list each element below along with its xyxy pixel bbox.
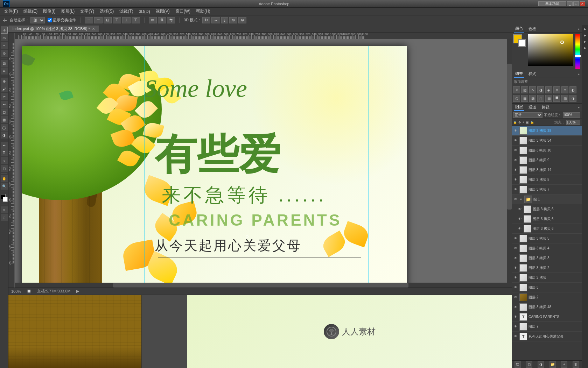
brightness-adj[interactable]: ☀ xyxy=(513,86,520,93)
layer-eye-14[interactable]: 👁 xyxy=(513,168,518,172)
bw-adj[interactable]: ◐ xyxy=(569,86,576,93)
color-lookup-adj[interactable]: ▩ xyxy=(529,95,536,102)
align-center-h-btn[interactable]: ⊢ xyxy=(94,17,103,23)
mode-btn-4[interactable]: ⊕ xyxy=(229,17,237,23)
paths-tab[interactable]: 路径 xyxy=(540,104,551,111)
menu-window[interactable]: 窗口(W) xyxy=(173,8,193,15)
layer-eye-34[interactable]: 👁 xyxy=(513,138,518,143)
history-brush-tool[interactable]: ↩ xyxy=(1,101,8,108)
canvas-scroll[interactable]: Some love 有些爱 来不急等待 ...... CARING PARENT… xyxy=(15,39,507,283)
exposure-adj[interactable]: ◑ xyxy=(537,86,544,93)
layer-item-5[interactable]: 👁 图层 3 拷贝 5 xyxy=(512,234,582,243)
layer-eye-8[interactable]: 👁 xyxy=(513,177,518,182)
layer-item-48[interactable]: 👁 图层 3 拷贝 48 xyxy=(512,302,582,312)
layers-list[interactable]: 👁 图层 3 拷贝 38 👁 图层 3 拷贝 34 👁 xyxy=(512,126,582,360)
menu-3d[interactable]: 3D(D) xyxy=(136,8,153,15)
layer-item-34[interactable]: 👁 图层 3 拷贝 34 xyxy=(512,136,582,146)
layer-eye-38[interactable]: 👁 xyxy=(513,128,518,133)
menu-layer[interactable]: 图层(L) xyxy=(58,8,78,15)
blend-mode-select[interactable]: 正常 xyxy=(513,112,542,118)
show-transform-checkbox[interactable] xyxy=(48,18,52,22)
layer-item-3[interactable]: 👁 图层 3 xyxy=(512,283,582,292)
color-balance-adj[interactable]: ⊙ xyxy=(561,86,568,93)
mode-btn-5[interactable]: ⊗ xyxy=(238,17,246,23)
zoom-tool[interactable]: 🔍 xyxy=(1,183,8,190)
menu-select[interactable]: 选择(S) xyxy=(97,8,117,15)
layer-item-3c[interactable]: 👁 图层 3 拷贝 3 xyxy=(512,253,582,263)
layer-eye-2c[interactable]: 👁 xyxy=(513,266,518,270)
opacity-input[interactable] xyxy=(563,112,580,118)
fill-input[interactable] xyxy=(566,120,580,125)
layer-item-copy6-c[interactable]: 👁 图层 3 拷贝 6 xyxy=(512,224,582,234)
auto-select-dropdown[interactable]: 组 xyxy=(30,17,45,23)
hand-tool[interactable]: ✋ xyxy=(1,175,8,182)
mode-btn-2[interactable]: ↔ xyxy=(211,17,220,23)
screen-mode-btn[interactable]: ▢ xyxy=(1,214,8,221)
document-tab-index[interactable]: index.psd @ 100% (图层 3 拷贝 38, RGB/8) * ✕ xyxy=(8,26,99,32)
layer-fx-btn[interactable]: fx xyxy=(514,361,521,368)
mode-btn-1[interactable]: ↻ xyxy=(202,17,210,23)
healing-brush-tool[interactable]: ⊕ xyxy=(1,78,8,85)
layer-item-9[interactable]: 👁 图层 3 拷贝 9 xyxy=(512,155,582,165)
layers-panel-menu[interactable]: ▸ xyxy=(578,105,580,109)
color-gradient-field[interactable] xyxy=(528,34,573,66)
group-arrow-1[interactable]: ▼ xyxy=(519,198,523,201)
dist-3-btn[interactable]: ⇆ xyxy=(167,17,175,23)
hue-sat-adj[interactable]: ⊕ xyxy=(553,86,560,93)
align-right-btn[interactable]: ⊡ xyxy=(104,17,112,23)
layer-item-10[interactable]: 👁 图层 3 拷贝 10 xyxy=(512,146,582,155)
dist-h-btn[interactable]: ⇇ xyxy=(149,17,157,23)
layer-mask-btn[interactable]: ◻ xyxy=(526,361,532,368)
path-selection-tool[interactable]: ▷ xyxy=(1,157,8,164)
new-layer-btn[interactable]: + xyxy=(561,361,567,368)
color-panel-menu[interactable]: ▸ xyxy=(578,27,580,31)
menu-view[interactable]: 视图(V) xyxy=(153,8,173,15)
dodge-tool[interactable]: ◑ xyxy=(1,132,8,139)
show-transform-option[interactable]: 显示变换控件 xyxy=(48,17,76,23)
move-tool[interactable]: ✛ xyxy=(1,27,8,34)
align-middle-btn[interactable]: ⊥ xyxy=(122,17,131,23)
lock-icon-1[interactable]: 🔒 xyxy=(513,121,517,124)
layer-item-38[interactable]: 👁 图层 3 拷贝 38 xyxy=(512,126,582,136)
layer-eye-5[interactable]: 👁 xyxy=(513,236,518,241)
align-bottom-btn[interactable]: ⊤ xyxy=(132,17,140,23)
layer-eye-7b[interactable]: 👁 xyxy=(513,324,518,329)
layer-eye-3[interactable]: 👁 xyxy=(513,285,518,290)
layer-eye-text-ch[interactable]: 👁 xyxy=(513,334,518,339)
maximize-button[interactable]: □ xyxy=(573,1,579,6)
layer-item-copy6-b[interactable]: 👁 图层 3 拷贝 6 xyxy=(512,214,582,224)
channel-mix-adj[interactable]: ▦ xyxy=(521,95,528,102)
pen-tool[interactable]: ✒ xyxy=(1,142,8,149)
clone-stamp-tool[interactable]: ✂ xyxy=(1,93,8,100)
layer-item-copy6-a[interactable]: 👁 图层 3 拷贝 6 xyxy=(512,204,582,214)
layer-item-2c[interactable]: 👁 图层 3 拷贝 2 xyxy=(512,263,582,273)
layer-item-caring[interactable]: 👁 T CARING PARENTS xyxy=(512,312,582,322)
menu-text[interactable]: 文字(Y) xyxy=(77,8,97,15)
layer-item-7b[interactable]: 👁 图层 7 xyxy=(512,322,582,332)
eraser-tool[interactable]: ◻ xyxy=(1,108,8,115)
dist-v-btn[interactable]: ⇅ xyxy=(158,17,166,23)
hue-spectrum[interactable] xyxy=(575,34,580,69)
layer-eye-copy6b[interactable]: 👁 xyxy=(517,217,522,221)
v-scroll-thumb[interactable] xyxy=(507,64,512,210)
vertical-scrollbar[interactable] xyxy=(507,39,512,283)
layer-eye-copy[interactable]: 👁 xyxy=(513,275,518,280)
threshold-adj[interactable]: ▀ xyxy=(553,95,560,102)
lasso-tool[interactable]: ⌖ xyxy=(1,42,8,49)
menu-file[interactable]: 文件(F) xyxy=(1,8,21,15)
style-tab[interactable]: 样式 xyxy=(527,71,538,77)
crop-tool[interactable]: ⊡ xyxy=(1,60,8,67)
layer-eye-4[interactable]: 👁 xyxy=(513,246,518,251)
align-left-btn[interactable]: ⊣ xyxy=(85,17,93,23)
layer-eye-group1[interactable]: 👁 xyxy=(513,197,518,202)
shape-tool[interactable]: ◻ xyxy=(1,165,8,172)
minimize-button[interactable]: _ xyxy=(567,1,573,6)
menu-image[interactable]: 图像(I) xyxy=(40,8,58,15)
panel-toggle-4[interactable]: ▶ xyxy=(583,45,588,50)
levels-adj[interactable]: ▨ xyxy=(521,86,528,93)
brush-tool[interactable]: 🖌 xyxy=(1,85,8,92)
quick-mask-btn[interactable]: ◎ xyxy=(1,206,8,213)
layers-tab[interactable]: 图层 xyxy=(514,104,524,111)
layer-adj-btn[interactable]: ◑ xyxy=(538,361,544,368)
close-button[interactable]: ✕ xyxy=(580,1,585,6)
